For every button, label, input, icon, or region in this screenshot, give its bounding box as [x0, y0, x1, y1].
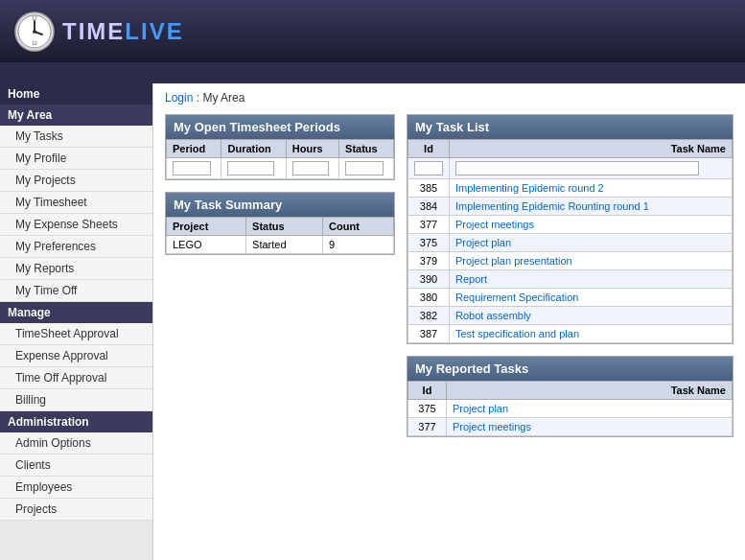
task-list-row: 379 Project plan presentation	[408, 252, 733, 270]
sidebar-section-administration: Administration	[0, 411, 152, 432]
task-list-row: 382 Robot assembly	[408, 307, 733, 325]
task-summary-count: 9	[323, 236, 394, 254]
task-list-row: 387 Test specification and plan	[408, 325, 733, 343]
col-task-name: Task Name	[450, 140, 733, 158]
timesheet-periods-box: My Open Timesheet Periods Period Duratio…	[165, 114, 395, 180]
sidebar-item-my-projects[interactable]: My Projects	[0, 170, 152, 192]
task-summary-status: Started	[246, 236, 323, 254]
task-id: 382	[408, 307, 450, 325]
task-summary-table: Project Status Count LEGO Started 9	[166, 217, 394, 254]
breadcrumb-current: My Area	[202, 91, 244, 105]
sidebar-item-employees[interactable]: Employees	[0, 477, 152, 499]
task-name[interactable]: Robot assembly	[450, 307, 733, 325]
task-list-table: Id Task Name	[407, 139, 733, 343]
task-id: 377	[408, 216, 450, 234]
task-name[interactable]: Implementing Epidemic round 2	[450, 179, 733, 198]
task-list-header: My Task List	[407, 115, 733, 139]
logo-container: 12 12 TIMELIVE	[14, 12, 184, 52]
task-summary-project: LEGO	[167, 236, 246, 254]
task-link[interactable]: Project plan presentation	[455, 255, 572, 267]
timesheet-filter-row	[167, 158, 394, 179]
task-list-row: 390 Report	[408, 270, 733, 289]
task-list-row: 385 Implementing Epidemic round 2	[408, 179, 733, 198]
breadcrumb-login-link[interactable]: Login	[165, 91, 193, 105]
layout: Home My Area My Tasks My Profile My Proj…	[0, 83, 745, 560]
reported-task-name[interactable]: Project meetings	[447, 418, 733, 436]
sidebar-item-my-preferences[interactable]: My Preferences	[0, 236, 152, 258]
task-name[interactable]: Test specification and plan	[450, 325, 733, 343]
task-name[interactable]: Implementing Epidemic Rounting round 1	[450, 198, 733, 216]
task-name[interactable]: Project plan presentation	[450, 252, 733, 270]
sidebar-item-my-tasks[interactable]: My Tasks	[0, 126, 152, 148]
sidebar-item-time-off-approval[interactable]: Time Off Approval	[0, 367, 152, 389]
reported-task-link[interactable]: Project plan	[453, 403, 508, 414]
sidebar-item-my-reports[interactable]: My Reports	[0, 258, 152, 280]
reported-task-link[interactable]: Project meetings	[453, 421, 531, 432]
hours-filter-input[interactable]	[292, 161, 329, 175]
sidebar-item-home[interactable]: Home	[0, 83, 152, 105]
task-link[interactable]: Implementing Epidemic Rounting round 1	[455, 200, 649, 212]
task-link[interactable]: Robot assembly	[455, 310, 531, 321]
task-summary-box: My Task Summary Project Status Count LEG…	[165, 192, 395, 255]
col-reported-id: Id	[408, 382, 447, 400]
reported-task-row: 377 Project meetings	[408, 418, 733, 436]
task-id: 379	[408, 252, 450, 270]
header: 12 12 TIMELIVE	[0, 0, 745, 62]
task-id: 375	[408, 234, 450, 252]
task-link[interactable]: Report	[455, 273, 487, 285]
sidebar-item-timesheet-approval[interactable]: TimeSheet Approval	[0, 323, 152, 345]
status-filter-input[interactable]	[345, 161, 384, 175]
id-filter-cell	[408, 158, 450, 179]
col-count: Count	[323, 218, 394, 236]
task-link[interactable]: Test specification and plan	[455, 328, 579, 339]
task-link[interactable]: Project meetings	[455, 219, 534, 230]
navbar	[0, 62, 745, 83]
reported-task-id: 375	[408, 400, 447, 418]
main-content: Login : My Area My Open Timesheet Period…	[153, 83, 745, 560]
task-summary-header: My Task Summary	[166, 193, 394, 217]
taskname-filter-input[interactable]	[455, 161, 699, 175]
period-filter-input[interactable]	[173, 161, 211, 175]
col-project: Project	[167, 218, 246, 236]
task-list-row: 384 Implementing Epidemic Rounting round…	[408, 198, 733, 216]
sidebar-item-admin-options[interactable]: Admin Options	[0, 432, 152, 455]
task-id: 380	[408, 289, 450, 307]
taskname-filter-cell	[450, 158, 733, 179]
sidebar-item-my-timesheet[interactable]: My Timesheet	[0, 192, 152, 214]
task-name[interactable]: Requirement Specification	[450, 289, 733, 307]
task-name[interactable]: Project plan	[450, 234, 733, 252]
sidebar: Home My Area My Tasks My Profile My Proj…	[0, 83, 153, 560]
sidebar-item-clients[interactable]: Clients	[0, 455, 152, 477]
sidebar-item-my-time-off[interactable]: My Time Off	[0, 280, 152, 302]
col-id: Id	[408, 140, 450, 158]
col-status: Status	[339, 140, 394, 158]
task-name[interactable]: Project meetings	[450, 216, 733, 234]
task-list-row: 377 Project meetings	[408, 216, 733, 234]
col-hours: Hours	[286, 140, 338, 158]
sidebar-item-my-profile[interactable]: My Profile	[0, 148, 152, 170]
task-link[interactable]: Implementing Epidemic round 2	[455, 182, 604, 194]
task-list-row: 380 Requirement Specification	[408, 289, 733, 307]
task-link[interactable]: Requirement Specification	[455, 292, 578, 303]
task-name[interactable]: Report	[450, 270, 733, 289]
reported-task-name[interactable]: Project plan	[447, 400, 733, 418]
duration-filter-input[interactable]	[227, 161, 274, 175]
reported-tasks-header: My Reported Tasks	[407, 357, 733, 381]
col-period: Period	[167, 140, 221, 158]
sidebar-item-expense-approval[interactable]: Expense Approval	[0, 345, 152, 367]
timesheet-periods-header: My Open Timesheet Periods	[166, 115, 394, 139]
sidebar-item-billing[interactable]: Billing	[0, 389, 152, 411]
task-id: 385	[408, 179, 450, 198]
reported-task-row: 375 Project plan	[408, 400, 733, 418]
breadcrumb: Login : My Area	[165, 91, 733, 105]
timesheet-periods-table: Period Duration Hours Status	[166, 139, 394, 179]
svg-point-4	[33, 30, 36, 34]
logo-time: TIME	[62, 18, 125, 44]
task-list-box: My Task List Id Task Name	[407, 114, 733, 344]
task-link[interactable]: Project plan	[455, 237, 511, 248]
sidebar-item-my-expense-sheets[interactable]: My Expense Sheets	[0, 214, 152, 236]
id-filter-input[interactable]	[414, 161, 443, 175]
col-duration: Duration	[221, 140, 286, 158]
col-status: Status	[246, 218, 323, 236]
sidebar-item-projects[interactable]: Projects	[0, 499, 152, 521]
